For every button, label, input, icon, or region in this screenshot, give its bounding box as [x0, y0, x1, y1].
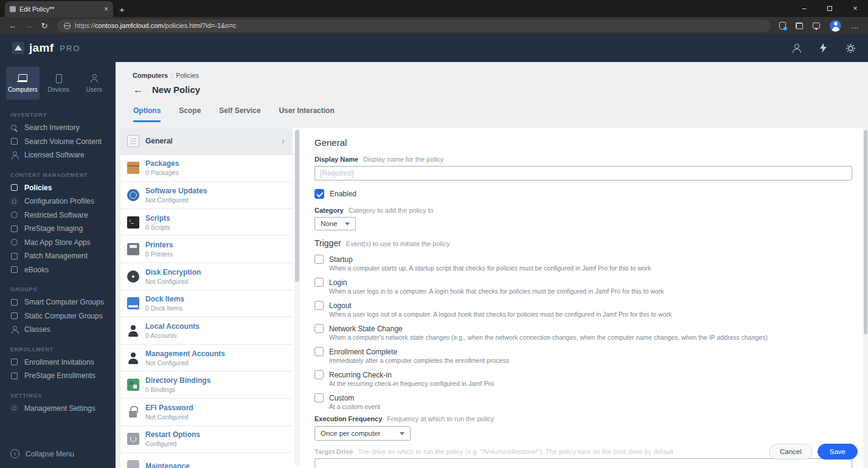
- category-select[interactable]: None: [314, 217, 356, 230]
- sidebar-item-enrollment-invitations[interactable]: Enrollment Invitations: [0, 356, 116, 370]
- scrollbar-thumb[interactable]: [864, 130, 867, 334]
- custom-checkbox[interactable]: [314, 393, 324, 402]
- payload-list-scrollbar[interactable]: [294, 129, 300, 467]
- scrollbar-thumb[interactable]: [295, 130, 299, 282]
- context-tab-users[interactable]: Users: [77, 67, 111, 100]
- tab-options[interactable]: Options: [133, 106, 161, 122]
- settings-item-maintenance[interactable]: Maintenance: [120, 453, 293, 468]
- window-minimize-button[interactable]: –: [791, 0, 817, 17]
- account-icon[interactable]: [792, 44, 801, 53]
- browser-tab[interactable]: Edit Policy** ×: [5, 1, 113, 17]
- back-to-policies-button[interactable]: ←: [133, 85, 143, 95]
- logo-suffix: PRO: [60, 44, 80, 53]
- dock-items-icon: [127, 297, 139, 309]
- settings-item-directory-bindings[interactable]: Directory Bindings0 Bindings: [120, 371, 293, 399]
- scripts-icon: [127, 216, 139, 229]
- new-tab-button[interactable]: +: [119, 4, 125, 15]
- sidebar-item-policies[interactable]: Policies: [0, 181, 116, 195]
- sidebar-item-licensed-software[interactable]: Licensed Software: [0, 148, 116, 162]
- header-icons: [792, 43, 856, 53]
- page-title: New Policy: [152, 84, 200, 95]
- maintenance-icon: [127, 460, 139, 468]
- sidebar-item-smart-computer-groups[interactable]: Smart Computer Groups: [0, 295, 116, 309]
- sidebar-item-static-computer-groups[interactable]: Static Computer Groups: [0, 309, 116, 323]
- sidebar-item-ebooks[interactable]: eBooks: [0, 263, 116, 277]
- sidebar-item-prestage-imaging[interactable]: PreStage Imaging: [0, 222, 116, 236]
- settings-item-disk-encryption[interactable]: Disk EncryptionNot Configured: [120, 263, 293, 291]
- jamf-logo[interactable]: jamf PRO: [12, 41, 80, 55]
- profile-avatar[interactable]: [830, 20, 841, 32]
- sidebar-item-restricted-software[interactable]: Restricted Software: [0, 208, 116, 222]
- settings-item-printers[interactable]: Printers0 Printers: [120, 236, 293, 263]
- section-header-inventory: INVENTORY: [0, 112, 116, 118]
- settings-item-scripts[interactable]: Scripts0 Scripts: [120, 209, 293, 236]
- context-tab-label: Users: [86, 86, 102, 93]
- display-name-input[interactable]: [314, 166, 852, 181]
- breadcrumb-policies[interactable]: Policies: [176, 72, 199, 79]
- tab-title: Edit Policy**: [19, 5, 100, 13]
- tab-favicon: [10, 6, 16, 12]
- sidebar-item-classes[interactable]: Classes: [0, 323, 116, 337]
- tracking-prevention-icon[interactable]: [779, 22, 786, 30]
- efi-password-icon: [127, 406, 139, 418]
- forward-button[interactable]: →: [21, 21, 36, 30]
- settings-item-packages[interactable]: Packages0 Packages: [120, 155, 293, 182]
- sidebar-item-search-inventory[interactable]: Search Inventory: [0, 121, 116, 135]
- startup-checkbox[interactable]: [314, 255, 324, 264]
- settings-item-general[interactable]: General ›: [120, 128, 293, 155]
- login-checkbox[interactable]: [314, 278, 324, 287]
- tab-self-service[interactable]: Self Service: [219, 106, 260, 122]
- settings-item-dock-items[interactable]: Dock Items0 Dock Items: [120, 291, 293, 318]
- page-scrollbar[interactable]: [863, 128, 868, 468]
- sidebar-item-search-volume-content[interactable]: Search Volume Content: [0, 135, 116, 149]
- enabled-label: Enabled: [330, 190, 356, 198]
- logout-checkbox[interactable]: [314, 301, 324, 310]
- collapse-menu-button[interactable]: ‹ Collapse Menu: [10, 449, 74, 458]
- sidebar-item-mac-app-store-apps[interactable]: Mac App Store Apps: [0, 236, 116, 250]
- window-maximize-button[interactable]: [817, 0, 842, 17]
- sidebar-item-configuration-profiles[interactable]: Configuration Profiles: [0, 194, 116, 208]
- enrollment-complete-checkbox[interactable]: [314, 347, 324, 356]
- prestage-imaging-icon: [10, 225, 18, 233]
- settings-item-restart-options[interactable]: Restart OptionsConfigured: [120, 426, 293, 453]
- settings-gear-icon[interactable]: [845, 43, 856, 53]
- patch-management-icon: [10, 252, 18, 260]
- sidebar-item-management-settings[interactable]: Management Settings: [0, 402, 116, 416]
- window-close-button[interactable]: ×: [842, 0, 868, 17]
- section-header-enrollment: ENROLLMENT: [0, 346, 116, 353]
- jamf-logo-icon: [12, 42, 24, 54]
- context-tab-devices[interactable]: Devices: [42, 67, 75, 100]
- address-bar[interactable]: https://contoso.jamfcloud.com/policies.h…: [57, 19, 771, 32]
- execution-frequency-select[interactable]: Once per computer: [314, 426, 411, 441]
- classes-icon: [10, 326, 18, 334]
- tab-close-icon[interactable]: ×: [104, 5, 108, 13]
- chevron-right-icon: ›: [282, 136, 285, 146]
- settings-item-local-accounts[interactable]: Local Accounts0 Accounts: [120, 317, 293, 345]
- breadcrumb-computers[interactable]: Computers: [133, 72, 168, 79]
- context-tab-label: Devices: [47, 86, 69, 93]
- settings-item-efi-password[interactable]: EFI PasswordNot Configured: [120, 399, 293, 426]
- quick-actions-icon[interactable]: [819, 43, 827, 53]
- sidebar-item-prestage-enrollments[interactable]: PreStage Enrollments: [0, 369, 116, 383]
- collections-icon[interactable]: [796, 22, 803, 29]
- trigger-network-state-change: Network State Change When a computer's n…: [314, 324, 852, 341]
- feedback-icon[interactable]: [813, 22, 820, 29]
- refresh-button[interactable]: ↻: [36, 21, 52, 30]
- payload-list: General › Packages0 Packages Software Up…: [120, 128, 293, 468]
- tab-user-interaction[interactable]: User Interaction: [279, 106, 334, 122]
- settings-item-management-accounts[interactable]: Management AccountsNot Configured: [120, 345, 293, 372]
- network-state-change-checkbox[interactable]: [314, 324, 324, 333]
- tab-scope[interactable]: Scope: [179, 106, 201, 122]
- licensed-software-icon: [10, 151, 18, 159]
- sidebar-item-patch-management[interactable]: Patch Management: [0, 249, 116, 263]
- enabled-checkbox[interactable]: [314, 189, 324, 199]
- save-button[interactable]: Save: [818, 444, 858, 459]
- back-button[interactable]: ←: [5, 21, 21, 30]
- browser-window: Edit Policy** × + – × ← → ↻ https://cont…: [0, 0, 868, 468]
- settings-item-software-updates[interactable]: Software UpdatesNot Configured: [120, 182, 293, 209]
- context-tab-computers[interactable]: Computers: [6, 67, 40, 100]
- collapse-icon: ‹: [10, 449, 19, 458]
- cancel-button[interactable]: Cancel: [769, 444, 813, 459]
- recurring-check-in-checkbox[interactable]: [314, 370, 324, 379]
- browser-more-icon[interactable]: …: [851, 21, 859, 30]
